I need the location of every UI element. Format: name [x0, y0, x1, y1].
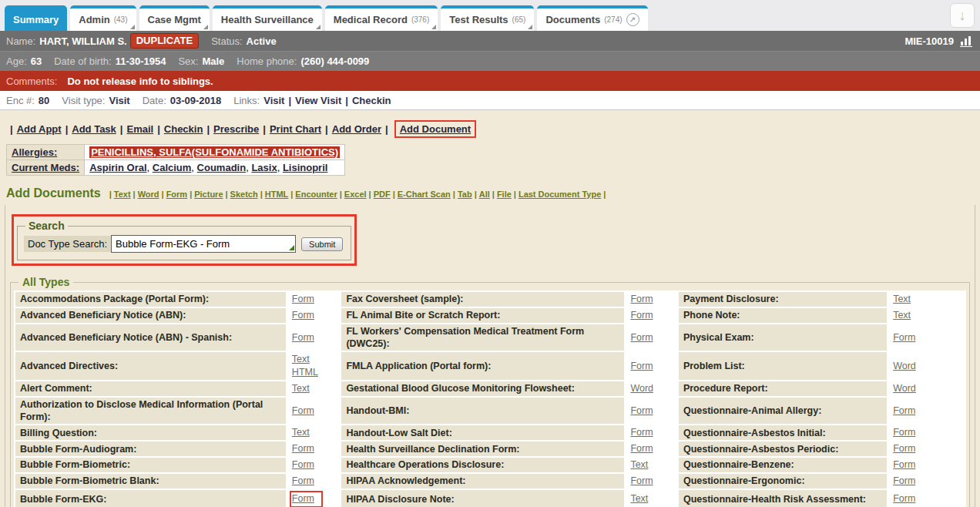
open-form-link[interactable]: Form — [292, 442, 333, 455]
open-text-link[interactable]: Text — [292, 426, 333, 439]
doc-type-actions: Form — [888, 425, 965, 440]
open-word-link[interactable]: Word — [630, 382, 670, 395]
bar-chart-icon[interactable] — [960, 35, 974, 47]
external-link-icon[interactable]: ↗ — [626, 13, 639, 26]
doc-type-actions: Form — [626, 324, 674, 351]
patient-status: Active — [247, 35, 277, 47]
action-link-add-order[interactable]: Add Order — [332, 123, 381, 135]
open-html-link[interactable]: HTML — [292, 366, 333, 379]
doc-type-name: Advanced Beneficiary Notice (ABN) - Span… — [15, 324, 286, 351]
separator: | — [393, 190, 395, 199]
visit-type: Visit — [109, 95, 129, 106]
action-link-prescribe[interactable]: Prescribe — [213, 123, 259, 135]
visit-link-checkin[interactable]: Checkin — [352, 95, 391, 106]
allergy-value-link[interactable]: PENICILLINS, SULFA(SULFONAMIDE ANTIBIOTI… — [89, 146, 340, 158]
separator: | — [157, 123, 160, 135]
tab-documents[interactable]: Documents(274)↗ — [537, 5, 647, 31]
open-form-link[interactable]: Form — [630, 293, 670, 306]
table-row: Advanced Directives:TextHTMLFMLA Applica… — [15, 352, 965, 380]
top-tab-bar: SummaryAdmin(43)Case MgmtHealth Surveill… — [0, 0, 980, 31]
doc-type-actions: Word — [626, 381, 674, 396]
doc-type-link-all[interactable]: All — [479, 190, 490, 199]
open-form-link[interactable]: Form — [630, 331, 670, 344]
open-form-link[interactable]: Form — [630, 405, 670, 418]
med-link-lasix[interactable]: Lasix — [251, 162, 277, 173]
tab-health-surveillance[interactable]: Health Surveillance — [213, 5, 322, 31]
age-label: Age: — [6, 55, 27, 67]
open-word-link[interactable]: Word — [893, 360, 960, 373]
patient-name-row: Name: HART, WILLIAM S. DUPLICATE Status:… — [0, 31, 980, 51]
open-form-link[interactable]: Form — [292, 405, 333, 418]
open-form-link[interactable]: Form — [893, 426, 960, 439]
doc-type-actions: TextHTML — [287, 352, 337, 380]
action-link-print-chart[interactable]: Print Chart — [270, 123, 321, 135]
doc-type-link-form[interactable]: Form — [166, 190, 188, 199]
doc-type-link-excel[interactable]: Excel — [344, 190, 367, 199]
allergy-meds-panel: Allergies: PENICILLINS, SULFA(SULFONAMID… — [6, 144, 345, 176]
open-form-link[interactable]: Form — [292, 458, 333, 472]
doc-type-name: FMLA Application (Portal form): — [338, 352, 624, 380]
doc-type-link-tab[interactable]: Tab — [458, 190, 472, 199]
open-text-link[interactable]: Text — [292, 353, 333, 366]
tab-test-results[interactable]: Test Results(65) — [441, 5, 534, 31]
open-form-link[interactable]: Form — [292, 309, 333, 322]
current-meds-link[interactable]: Current Meds: — [12, 162, 79, 173]
visit-link-visit[interactable]: Visit — [263, 95, 284, 106]
open-form-link[interactable]: Form — [893, 331, 960, 344]
doc-type-name: Accommodations Package (Portal Form): — [15, 292, 286, 307]
doc-type-link-text[interactable]: Text — [114, 190, 131, 199]
open-word-link[interactable]: Word — [893, 382, 960, 395]
doc-type-link-html[interactable]: HTML — [265, 190, 289, 199]
visit-link-view-visit[interactable]: View Visit — [295, 95, 341, 106]
doc-type-link-word[interactable]: Word — [138, 190, 159, 199]
open-form-link[interactable]: Form — [630, 360, 670, 373]
document-type-links: |Text|Word|Form|Picture|Sketch|HTML|Enco… — [107, 190, 609, 199]
doc-type-search-input[interactable] — [111, 235, 296, 253]
open-form-link[interactable]: Form — [893, 475, 960, 488]
submit-button[interactable]: Submit — [301, 237, 343, 251]
doc-type-link-file[interactable]: File — [497, 190, 512, 199]
doc-type-link-pdf[interactable]: PDF — [374, 190, 391, 199]
action-link-checkin[interactable]: Checkin — [164, 123, 203, 135]
open-form-link[interactable]: Form — [292, 475, 333, 488]
doc-type-actions: Text — [888, 308, 965, 323]
open-form-link[interactable]: Form — [893, 405, 960, 418]
med-link-aspirin-oral[interactable]: Aspirin Oral — [89, 162, 146, 173]
tab-case-mgmt[interactable]: Case Mgmt — [139, 5, 210, 31]
tab-medical-record[interactable]: Medical Record(376) — [325, 5, 438, 31]
open-form-link[interactable]: Form — [630, 309, 670, 322]
action-link-add-document[interactable]: Add Document — [400, 123, 471, 135]
doc-type-link-sketch[interactable]: Sketch — [230, 190, 258, 199]
action-link-email[interactable]: Email — [126, 123, 153, 135]
open-form-link[interactable]: Form — [292, 331, 333, 344]
med-link-calcium[interactable]: Calcium — [153, 162, 192, 173]
action-link-add-appt[interactable]: Add Appt — [17, 123, 62, 135]
tab-admin[interactable]: Admin(43) — [70, 5, 136, 31]
tab-summary[interactable]: Summary — [5, 5, 67, 31]
duplicate-badge[interactable]: DUPLICATE — [130, 33, 199, 49]
open-form-link[interactable]: Form — [893, 442, 960, 455]
doc-type-name: Questionnaire-Animal Allergy: — [676, 398, 887, 425]
doc-type-link-picture[interactable]: Picture — [194, 190, 223, 199]
open-form-link[interactable]: Form — [292, 492, 314, 505]
open-form-link[interactable]: Form — [893, 492, 960, 505]
open-form-link[interactable]: Form — [630, 426, 670, 439]
open-form-link[interactable]: Form — [893, 458, 960, 472]
open-text-link[interactable]: Text — [893, 293, 960, 306]
open-text-link[interactable]: Text — [893, 309, 960, 322]
scroll-down-button[interactable]: ↓ — [950, 3, 975, 28]
action-link-add-task[interactable]: Add Task — [72, 123, 116, 135]
open-text-link[interactable]: Text — [630, 492, 670, 505]
doc-type-link-last-document-type[interactable]: Last Document Type — [519, 190, 601, 199]
doc-type-link-e-chart-scan[interactable]: E-Chart Scan — [398, 190, 451, 199]
open-form-link[interactable]: Form — [630, 475, 670, 488]
open-form-link[interactable]: Form — [292, 293, 333, 306]
open-text-link[interactable]: Text — [630, 458, 670, 472]
open-form-link[interactable]: Form — [630, 442, 670, 455]
open-text-link[interactable]: Text — [292, 382, 333, 395]
doc-type-actions: Word — [888, 352, 965, 380]
allergies-link[interactable]: Allergies: — [12, 146, 57, 158]
doc-type-link-encounter[interactable]: Encounter — [295, 190, 337, 199]
med-link-lisinopril[interactable]: Lisinopril — [283, 162, 328, 173]
med-link-coumadin[interactable]: Coumadin — [197, 162, 247, 173]
